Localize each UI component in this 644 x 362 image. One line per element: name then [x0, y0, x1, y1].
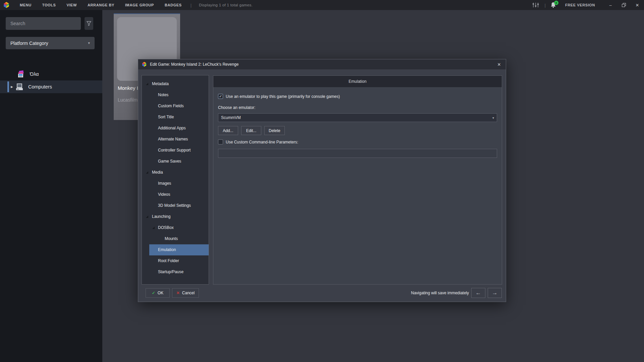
- sidebar-item-label: Όλα: [30, 71, 39, 77]
- chevron-down-icon: ▾: [492, 116, 494, 120]
- dialog-nav-panel: Metadata Notes Custom Fields Sort Title …: [142, 75, 209, 285]
- expand-arrow-icon[interactable]: ▶: [11, 85, 15, 88]
- nav-label: Emulation: [158, 247, 176, 252]
- sidebar-item-label: Computers: [28, 84, 52, 89]
- expanded-arrow-icon[interactable]: [146, 171, 148, 174]
- app-window: MENU TOOLS VIEW ARRANGE BY IMAGE GROUP B…: [0, 0, 644, 362]
- nav-label: Alternate Names: [158, 137, 188, 141]
- ok-label: OK: [158, 291, 163, 295]
- search-input[interactable]: [6, 17, 81, 30]
- menu-view[interactable]: VIEW: [61, 0, 83, 10]
- nav-label: Custom Fields: [158, 104, 184, 108]
- window-restore-button[interactable]: [617, 0, 631, 10]
- nav-item-3d-model-settings[interactable]: 3D Model Settings: [142, 200, 209, 211]
- selection-accent-bar: [7, 81, 9, 92]
- edition-label: FREE VERSION: [565, 3, 595, 7]
- next-page-button[interactable]: →: [488, 288, 502, 298]
- sidebar: Platform Category ▾ Όλα ▶ Computers: [0, 10, 102, 362]
- titlebar-separator: |: [541, 3, 549, 8]
- nav-item-alternate-names[interactable]: Alternate Names: [142, 134, 209, 145]
- nav-item-additional-apps[interactable]: Additional Apps: [142, 123, 209, 134]
- nav-label: Mounts: [165, 236, 178, 241]
- save-note: Navigating will save immediately: [411, 291, 469, 295]
- panel-header: Emulation: [213, 76, 502, 87]
- nav-label: Images: [158, 181, 171, 186]
- window-minimize-button[interactable]: –: [604, 0, 617, 10]
- nav-label: Metadata: [152, 81, 169, 86]
- nav-label: Controller Support: [158, 148, 191, 153]
- sidebar-item-all[interactable]: Όλα: [0, 68, 102, 80]
- custom-params-input[interactable]: [218, 149, 497, 158]
- nav-label: DOSBox: [158, 225, 174, 230]
- emulator-dropdown[interactable]: ScummVM ▾: [218, 113, 497, 122]
- nav-label: Startup/Pause: [158, 269, 183, 274]
- expanded-arrow-icon[interactable]: [152, 227, 155, 229]
- nav-item-emulation[interactable]: Emulation: [149, 244, 209, 255]
- add-emulator-button[interactable]: Add...: [218, 126, 238, 135]
- checkmark-icon: ✓: [219, 94, 222, 99]
- edit-emulator-button[interactable]: Edit...: [241, 126, 261, 135]
- ok-button[interactable]: ✓ OK: [146, 288, 170, 298]
- menu-badges[interactable]: BADGES: [159, 0, 187, 10]
- nav-label: Media: [152, 170, 163, 175]
- launchbox-logo-icon: [3, 2, 10, 8]
- nav-label: Sort Title: [158, 115, 174, 119]
- nav-item-launching[interactable]: Launching: [142, 211, 209, 222]
- window-close-button[interactable]: ✕: [631, 0, 644, 10]
- use-emulator-checkbox[interactable]: ✓: [218, 94, 223, 99]
- nav-label: Additional Apps: [158, 126, 186, 130]
- custom-params-row: Use Custom Command-line Parameters:: [218, 139, 298, 144]
- launchbox-logo-icon: [142, 62, 147, 67]
- nav-item-game-saves[interactable]: Game Saves: [142, 156, 209, 167]
- delete-emulator-button[interactable]: Delete: [264, 126, 285, 135]
- nav-label: 3D Model Settings: [158, 203, 191, 208]
- menu-image-group[interactable]: IMAGE GROUP: [120, 0, 159, 10]
- sidebar-item-computers[interactable]: ▶ Computers: [0, 80, 102, 93]
- choose-emulator-label: Choose an emulator:: [218, 105, 255, 110]
- all-platforms-icon: [17, 70, 25, 78]
- nav-item-startup-pause[interactable]: Startup/Pause: [142, 266, 209, 278]
- expanded-arrow-icon[interactable]: [146, 216, 148, 218]
- use-emulator-row: ✓ Use an emulator to play this game (pri…: [218, 94, 340, 99]
- menu-separator: |: [187, 3, 195, 8]
- edit-game-dialog: Edit Game: Monkey Island 2: LeChuck's Re…: [138, 59, 506, 302]
- nav-label: Notes: [158, 93, 168, 97]
- nav-item-root-folder[interactable]: Root Folder: [142, 255, 209, 266]
- notifications-bell-icon[interactable]: 0: [549, 0, 558, 10]
- x-icon: ✕: [176, 291, 180, 295]
- custom-params-checkbox[interactable]: [218, 139, 223, 144]
- nav-item-images[interactable]: Images: [142, 178, 209, 189]
- cancel-button[interactable]: ✕ Cancel: [172, 288, 199, 298]
- menu-arrange-by[interactable]: ARRANGE BY: [82, 0, 120, 10]
- dialog-close-button[interactable]: ✕: [492, 59, 506, 69]
- menu-menu[interactable]: MENU: [14, 0, 37, 10]
- funnel-icon: [87, 21, 91, 26]
- nav-label: Videos: [158, 192, 170, 197]
- filter-button[interactable]: [85, 17, 93, 30]
- previous-page-button[interactable]: ←: [471, 288, 485, 298]
- nav-item-custom-fields[interactable]: Custom Fields: [142, 101, 209, 112]
- nav-item-metadata[interactable]: Metadata: [142, 78, 209, 89]
- nav-item-sort-title[interactable]: Sort Title: [142, 112, 209, 123]
- menu-tools[interactable]: TOOLS: [37, 0, 61, 10]
- emulation-panel: Emulation ✓ Use an emulator to play this…: [213, 75, 502, 285]
- platform-category-dropdown[interactable]: Platform Category ▾: [6, 37, 95, 49]
- nav-item-controller-support[interactable]: Controller Support: [142, 145, 209, 156]
- emulator-selected-value: ScummVM: [221, 115, 241, 120]
- dialog-footer: ✓ OK ✕ Cancel Navigating will save immed…: [138, 284, 506, 302]
- nav-item-media[interactable]: Media: [142, 167, 209, 178]
- notification-count-badge: 0: [554, 1, 558, 5]
- nav-item-videos[interactable]: Videos: [142, 189, 209, 200]
- nav-item-mounts[interactable]: Mounts: [142, 233, 209, 244]
- platform-category-label: Platform Category: [10, 41, 48, 46]
- view-options-sliders-icon[interactable]: [530, 0, 541, 10]
- nav-label: Launching: [152, 214, 170, 219]
- chevron-down-icon: ▾: [88, 41, 90, 45]
- expanded-arrow-icon[interactable]: [146, 83, 148, 85]
- nav-item-notes[interactable]: Notes: [142, 89, 209, 101]
- check-icon: ✓: [152, 291, 155, 295]
- games-count-status: Displaying 1 of 1 total games.: [195, 3, 253, 7]
- computer-icon: [15, 83, 23, 91]
- nav-item-dosbox[interactable]: DOSBox: [142, 222, 209, 233]
- nav-label: Game Saves: [158, 159, 181, 164]
